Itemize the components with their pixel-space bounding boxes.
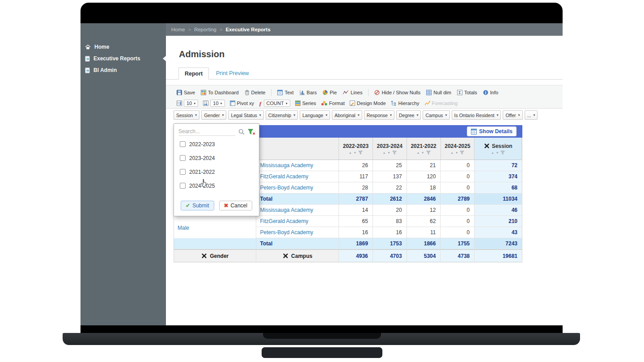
toolbar-design-mode[interactable]: Design Mode <box>350 101 386 106</box>
header-2024-2025[interactable]: 2024-2025▲▼ <box>441 138 475 160</box>
campus-link[interactable]: FitzGerald Academy <box>256 216 339 227</box>
column-filter-icon[interactable] <box>426 151 431 155</box>
filter-citizenship[interactable]: Citizenship▾ <box>266 110 298 120</box>
sort-asc-button[interactable]: ▲ <box>417 151 419 154</box>
sort-desc-button[interactable]: ▼ <box>496 151 499 154</box>
toolbar-10[interactable]: 10▾ <box>177 100 198 107</box>
campus-link[interactable]: FitzGerald Academy <box>256 171 339 182</box>
filter-session[interactable]: Session▾ <box>174 110 199 120</box>
sort-desc-button[interactable]: ▼ <box>421 151 424 154</box>
chevron-down-icon: ▾ <box>445 113 447 117</box>
header-2022-2023[interactable]: 2022-2023▲▼ <box>339 138 373 160</box>
value-cell: 20 <box>373 205 407 216</box>
toolbar-10[interactable]: 10▾ <box>203 100 225 107</box>
info-icon <box>483 90 488 95</box>
dropdown-10[interactable]: 10▾ <box>184 100 198 107</box>
dashboard-icon <box>201 90 206 95</box>
checkbox[interactable] <box>180 155 186 161</box>
checkbox[interactable] <box>180 141 186 147</box>
column-filter-icon[interactable] <box>358 151 363 155</box>
toolbar-series[interactable]: Series <box>295 101 316 106</box>
option-2021-2022[interactable]: 2021-2022 <box>174 165 259 179</box>
header-2021-2022[interactable]: 2021-2022▲▼ <box>407 138 441 160</box>
checkbox[interactable] <box>180 169 186 175</box>
toolbar-hierarchy[interactable]: Hierarchy <box>391 101 419 106</box>
toolbar-info[interactable]: Info <box>483 90 498 95</box>
toolbar-null-dim[interactable]: Null dim <box>426 90 451 95</box>
toolbar-pivot-xy[interactable]: Pivot xy <box>230 101 254 106</box>
filter-item[interactable]: ...▾ <box>525 110 538 120</box>
footer-gender-label: Gender <box>210 253 229 259</box>
tab-print-preview[interactable]: Print Preview <box>212 67 253 79</box>
session-total-cell: 46 <box>475 205 522 216</box>
option-2023-2024[interactable]: 2023-2024 <box>174 151 259 165</box>
option-2022-2023[interactable]: 2022-2023 <box>174 137 259 151</box>
footer-campus-pivot[interactable]: Campus <box>256 249 339 262</box>
toolbar-text[interactable]: Text <box>277 90 293 95</box>
value-cell: 12 <box>407 205 441 216</box>
footer-gender-pivot[interactable]: Gender <box>174 249 256 262</box>
filter-legal-status[interactable]: Legal Status▾ <box>228 110 263 120</box>
option-2024-2025[interactable]: 2024-2025 <box>174 179 259 193</box>
toolbar-pie[interactable]: Pie <box>322 90 337 95</box>
campus-link[interactable]: Peters-Boyd Academy <box>256 182 339 194</box>
cancel-button[interactable]: ✖Cancel <box>219 201 252 210</box>
filter-label: Aboriginal <box>335 113 356 118</box>
toolbar-count[interactable]: ƒCOUNT▾ <box>259 100 290 107</box>
filter-language[interactable]: Language▾ <box>300 110 330 120</box>
table-row: Peters-Boyd Academy161611043 <box>174 227 522 238</box>
toolbar-to-dashboard[interactable]: To Dashboard <box>201 90 239 95</box>
header-2023-2024[interactable]: 2023-2024▲▼ <box>373 138 407 160</box>
toolbar-label: Forecasting <box>432 101 458 106</box>
sidebar-item-home[interactable]: Home <box>80 41 166 53</box>
sort-asc-button[interactable]: ▲ <box>383 151 386 154</box>
sort-asc-button[interactable]: ▲ <box>349 151 352 154</box>
value-cell: 2787 <box>339 194 373 205</box>
campus-link[interactable]: Peters-Boyd Academy <box>256 227 339 238</box>
header-session[interactable]: Session▲▼ <box>475 138 522 160</box>
value-cell: 1869 <box>339 238 373 249</box>
save-icon <box>177 90 182 95</box>
column-filter-icon[interactable] <box>392 151 397 155</box>
sidebar-item-bi-admin[interactable]: BI Admin <box>80 64 166 76</box>
sort-asc-button[interactable]: ▲ <box>450 151 453 154</box>
sort-desc-button[interactable]: ▼ <box>387 151 390 154</box>
submit-button[interactable]: ✔Submit <box>181 201 214 210</box>
filter-is-ontario-resident[interactable]: Is Ontario Resident▾ <box>452 110 501 120</box>
checkbox[interactable] <box>180 183 186 189</box>
filter-offer[interactable]: Offer▾ <box>503 110 522 120</box>
column-filter-icon[interactable] <box>500 151 505 155</box>
sort-desc-button[interactable]: ▼ <box>353 151 356 154</box>
toolbar-forecasting[interactable]: Forecasting <box>424 101 458 106</box>
breadcrumb-reporting[interactable]: Reporting <box>194 27 216 32</box>
filter-aboriginal[interactable]: Aboriginal▾ <box>332 110 362 120</box>
sort-asc-button[interactable]: ▲ <box>491 151 494 154</box>
toolbar-totals[interactable]: ΣTotals <box>457 90 477 95</box>
column-filter-icon[interactable] <box>460 151 464 155</box>
value-cell: 16 <box>373 227 407 238</box>
toolbar-save[interactable]: Save <box>177 90 195 95</box>
toolbar-label: Lines <box>351 90 362 95</box>
sidebar-item-executive-reports[interactable]: Executive Reports <box>80 53 166 64</box>
show-details-button[interactable]: Show Details <box>467 126 517 136</box>
dropdown-count[interactable]: COUNT▾ <box>264 100 290 107</box>
toolbar-delete[interactable]: Delete <box>245 90 266 95</box>
format-icon <box>321 101 327 106</box>
toolbar-hide-show-nulls[interactable]: Hide / Show Nulls <box>374 90 420 95</box>
toolbar-bars[interactable]: Bars <box>300 90 317 95</box>
filter-gender[interactable]: Gender▾ <box>201 110 226 120</box>
sort-desc-button[interactable]: ▼ <box>455 151 458 154</box>
search-input[interactable] <box>178 127 235 136</box>
breadcrumb-home[interactable]: Home <box>171 27 185 32</box>
filter-response[interactable]: Response▾ <box>364 110 394 120</box>
report-icon <box>85 56 90 62</box>
filter-degree[interactable]: Degree▾ <box>396 110 421 120</box>
toolbar-format[interactable]: Format <box>321 101 345 106</box>
campus-link[interactable]: Mississauga Academy <box>256 160 339 171</box>
clear-filter-icon[interactable] <box>248 129 255 135</box>
dropdown-10[interactable]: 10▾ <box>210 100 225 107</box>
tab-report[interactable]: Report <box>178 67 209 80</box>
toolbar-lines[interactable]: Lines <box>343 90 362 95</box>
campus-link[interactable]: Mississauga Academy <box>256 205 339 216</box>
filter-campus[interactable]: Campus▾ <box>423 110 449 120</box>
